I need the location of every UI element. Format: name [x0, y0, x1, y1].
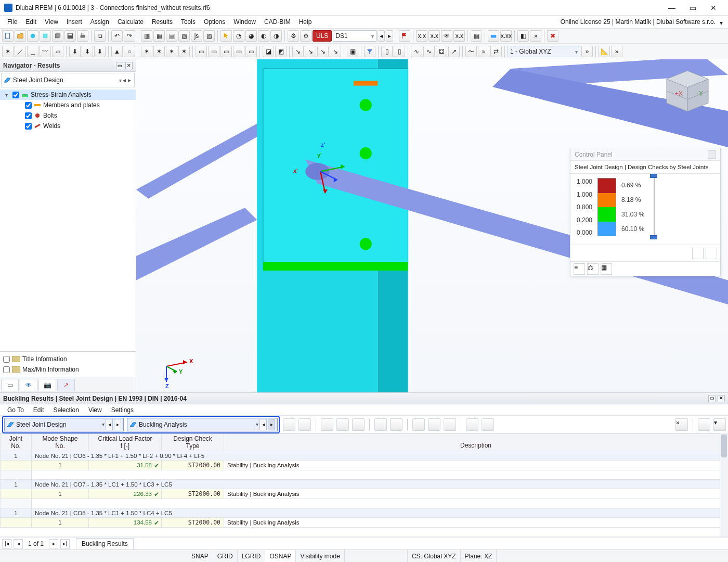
arrowset4-button[interactable]: ↘: [330, 46, 341, 57]
node-button[interactable]: ✶: [2, 46, 14, 57]
panel3-button[interactable]: ▧: [178, 30, 190, 42]
script-button[interactable]: js: [191, 30, 202, 42]
results-btn-10[interactable]: [444, 418, 456, 431]
menu-help[interactable]: Help: [295, 17, 316, 27]
results-close-button[interactable]: ✕: [718, 395, 725, 402]
results-btn-export-more[interactable]: ▾: [713, 418, 726, 431]
ds-prev-button[interactable]: ◂: [378, 30, 385, 42]
panel-button[interactable]: ▥: [141, 30, 152, 42]
arrowset3-button[interactable]: ↘: [317, 46, 329, 57]
cube1-button[interactable]: ▣: [347, 46, 358, 57]
select-cross-button[interactable]: ◕: [245, 30, 257, 42]
load-line-button[interactable]: ⬇: [82, 46, 93, 57]
cs-overflow-button[interactable]: »: [581, 46, 593, 57]
addon-picker-next[interactable]: ▸: [114, 419, 121, 430]
tree-node-welds[interactable]: Welds: [0, 121, 136, 131]
legend-tab-factors[interactable]: ⚖: [587, 263, 599, 275]
redo-button[interactable]: ↷: [124, 30, 135, 42]
results-btn-2[interactable]: [298, 418, 311, 431]
table-group-row[interactable]: 1Node No. 21 | CO6 - 1.35 * LF1 + 1.50 *…: [1, 451, 728, 461]
results-btn-decimals[interactable]: [482, 418, 494, 431]
status-snap[interactable]: SNAP: [187, 550, 213, 562]
control-panel-close-button[interactable]: [708, 150, 716, 159]
surface-button[interactable]: ▱: [52, 46, 63, 57]
solid2-button[interactable]: ◩: [275, 46, 287, 57]
model-button[interactable]: [40, 30, 51, 42]
menu-insert[interactable]: Insert: [62, 17, 86, 27]
navigator-scope-next[interactable]: ▸: [127, 76, 132, 84]
show-eye-button[interactable]: 👁: [441, 30, 452, 42]
legend-tab-colors[interactable]: ≡: [574, 263, 585, 275]
model-viewport[interactable]: z' x' y' X Y Z +X -Y: [136, 59, 728, 392]
menu-edit[interactable]: Edit: [21, 17, 41, 27]
legend-edit-button[interactable]: [692, 248, 704, 259]
pager-next[interactable]: ▸: [49, 539, 58, 548]
merge-button[interactable]: ⇄: [490, 46, 502, 57]
select-lasso-button[interactable]: ◐: [258, 30, 269, 42]
results-btn-7[interactable]: [390, 418, 402, 431]
results-btn-1[interactable]: [283, 418, 295, 431]
menu-results[interactable]: Results: [148, 17, 177, 27]
menu-calculate[interactable]: Calculate: [113, 17, 148, 27]
graph1-button[interactable]: ∿: [411, 46, 422, 57]
menu-file[interactable]: File: [3, 17, 21, 27]
table-group-row[interactable]: 1Node No. 21 | CO8 - 1.35 * LC1 + 1.50 *…: [1, 508, 728, 518]
results-btn-8[interactable]: [412, 418, 425, 431]
load-area-button[interactable]: ⬇: [94, 46, 106, 57]
results-menu-settings[interactable]: Settings: [107, 406, 138, 414]
show-numbers-button[interactable]: x.x: [416, 30, 427, 42]
dice-button[interactable]: ⚃: [436, 46, 447, 57]
close-button[interactable]: ✕: [703, 1, 724, 15]
ds-next-button[interactable]: ▸: [386, 30, 393, 42]
save-button[interactable]: [64, 30, 76, 42]
menu-options[interactable]: Options: [200, 17, 229, 27]
orientation-cube[interactable]: +X -Y: [656, 63, 713, 116]
table-picker-prev[interactable]: ◂: [259, 419, 267, 430]
tilde-button[interactable]: ≈: [478, 46, 489, 57]
measure-button[interactable]: 📐: [599, 46, 610, 57]
grid3d-button[interactable]: ▦: [471, 30, 482, 42]
pager-prev[interactable]: ◂: [14, 539, 23, 548]
results-btn-9[interactable]: [428, 418, 440, 431]
tree-check-bolts[interactable]: [25, 112, 32, 119]
status-plane[interactable]: Plane: XZ: [461, 550, 497, 562]
box1-button[interactable]: ▭: [196, 46, 207, 57]
status-grid[interactable]: GRID: [213, 550, 238, 562]
panel2-button[interactable]: ▤: [166, 30, 177, 42]
nav-tab-views[interactable]: 📷: [38, 379, 56, 391]
results-btn-filter[interactable]: [466, 418, 478, 431]
flag-red-button[interactable]: [399, 30, 410, 42]
hinge-button[interactable]: ○: [124, 46, 135, 57]
table-button[interactable]: ▦: [153, 30, 165, 42]
table-row[interactable]: 1226.33ST2000.00Stability | Buckling Ana…: [1, 489, 728, 499]
copy-button[interactable]: ⧉: [94, 30, 106, 42]
results-menu-goto[interactable]: Go To: [3, 406, 28, 414]
legend-slider[interactable]: [649, 173, 659, 240]
asterisk3-button[interactable]: ✶: [166, 46, 177, 57]
filter-button[interactable]: [364, 46, 375, 57]
maximize-button[interactable]: ▭: [682, 1, 703, 15]
wave-button[interactable]: 〜: [465, 46, 477, 57]
check-title-info[interactable]: [3, 356, 10, 363]
status-lgrid[interactable]: LGRID: [238, 550, 266, 562]
asterisk4-button[interactable]: ✶: [178, 46, 190, 57]
results-menu-selection[interactable]: Selection: [49, 406, 83, 414]
results-btn-export[interactable]: [698, 418, 710, 431]
results-scrollbar[interactable]: [720, 433, 728, 537]
table-picker-next[interactable]: ▸: [268, 419, 275, 430]
navigator-pin-button[interactable]: ▭: [116, 62, 123, 69]
pager-first[interactable]: |◂: [2, 539, 11, 548]
results-scroll-thumb[interactable]: [721, 435, 727, 457]
section1-button[interactable]: ▯: [381, 46, 393, 57]
results-addon-picker[interactable]: Steel Joint Design ▾ ◂ ▸: [4, 418, 124, 431]
menu-cadbim[interactable]: CAD-BIM: [260, 17, 295, 27]
navigator-close-button[interactable]: ✕: [125, 62, 133, 69]
addon-picker-prev[interactable]: ◂: [106, 419, 113, 430]
pager-last[interactable]: ▸|: [60, 539, 70, 548]
results-tab-buckling[interactable]: Buckling Results: [76, 538, 134, 550]
section2-button[interactable]: ▯: [394, 46, 405, 57]
results-btn-6[interactable]: [374, 418, 387, 431]
show-values-button[interactable]: x.x: [428, 30, 440, 42]
new-button[interactable]: [2, 30, 14, 42]
calc-all-button[interactable]: ⚙: [300, 30, 311, 42]
